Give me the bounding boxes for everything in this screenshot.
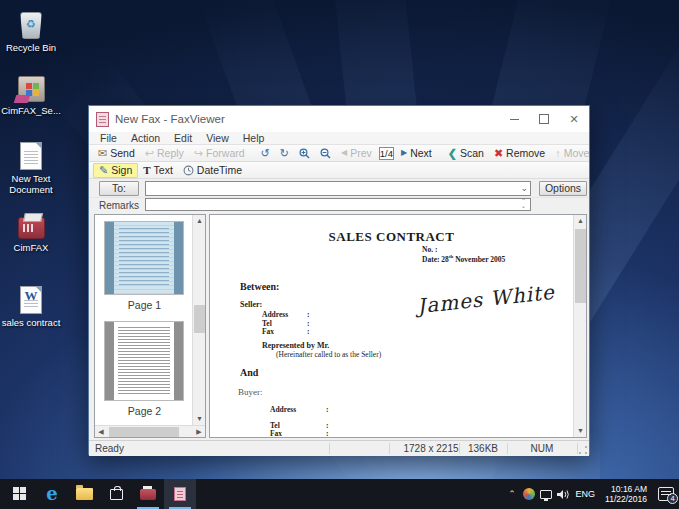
tray-language[interactable]: ENG [572,489,600,499]
tray-time: 10:16 AM [605,484,647,494]
windows-logo-icon [13,487,27,501]
colored-sphere-icon [523,488,535,500]
spinner-icon[interactable]: ⌃⌄ [518,199,529,210]
remove-button[interactable]: ✖ Remove [489,146,550,161]
scanner-icon: ❮ [448,148,457,159]
start-button[interactable] [4,479,36,509]
sign-button[interactable]: ✎ Sign [93,163,138,178]
forward-button[interactable]: ↪ Forward [189,146,250,161]
buyer-address-row: Address: [270,405,296,414]
scan-button[interactable]: ❮ Scan [443,146,489,161]
taskbar-edge-button[interactable]: e [36,479,68,509]
scroll-down-icon[interactable]: ▼ [193,413,206,425]
chevron-down-icon[interactable]: ⌄ [520,183,528,193]
zoom-out-button[interactable] [315,146,336,161]
rotate-right-button[interactable]: ↻ [275,146,294,161]
status-ready: Ready [95,443,124,454]
annotate-toolbar: ✎ Sign T Text DateTime [89,162,589,179]
maximize-button[interactable] [529,106,559,132]
status-num-lock: NUM [507,443,577,454]
thumbnail-horizontal-scrollbar[interactable]: ◀ ▶ [95,425,205,437]
to-button[interactable]: To: [99,181,139,196]
tray-action-center-button[interactable]: 4 [653,479,679,509]
zoom-in-button[interactable] [294,146,315,161]
tray-clock[interactable]: 10:16 AM 11/22/2016 [599,484,653,504]
reply-button[interactable]: ↩ Reply [140,146,189,161]
text-button[interactable]: T Text [138,163,178,178]
app-icon [96,112,109,127]
taskbar-faxviewer-button[interactable] [164,479,196,509]
desktop-icon-new-text-document[interactable]: New Text Document [0,142,62,195]
zoom-in-icon [299,148,310,159]
pen-sign-icon: ✎ [99,165,108,176]
tray-show-hidden-icons[interactable]: ⌃ [504,479,521,509]
scroll-up-icon[interactable]: ▲ [193,215,206,227]
desktop-icon-recycle-bin[interactable]: Recycle Bin [0,12,62,53]
taskbar-store-button[interactable] [100,479,132,509]
contract-date: Date: 28th November 2005 [422,254,505,264]
send-button[interactable]: ✉ Send [93,146,140,161]
document-viewport[interactable]: SALES CONTRACT No. : Date: 28th November… [209,214,587,438]
tray-volume-button[interactable] [555,479,572,509]
scroll-left-icon[interactable]: ◀ [95,426,107,438]
datetime-button[interactable]: DateTime [178,163,247,178]
window-title: New Fax - FaxViewer [115,113,499,125]
remarks-input[interactable]: ⌃⌄ [145,198,531,211]
title-bar[interactable]: New Fax - FaxViewer ✕ [89,106,589,132]
rotate-right-icon: ↻ [280,148,289,159]
prev-page-button[interactable]: ◀ Prev [336,146,377,161]
page-2-thumbnail[interactable] [104,321,184,401]
taskbar-file-explorer-button[interactable] [68,479,100,509]
move-up-button[interactable]: ↑ Move Up [550,146,589,161]
text-file-icon [20,142,42,170]
notification-badge: 4 [667,493,678,504]
remarks-row: Remarks ⌃⌄ [89,198,589,213]
to-recipient-combobox[interactable]: ⌄ [145,181,531,196]
desktop-icon-cimfax-setup[interactable]: CimFAX_Se... [0,76,62,116]
options-button[interactable]: Options [539,181,587,196]
represented-label: Represented by Mr. [262,341,329,350]
thumbnail-vertical-scrollbar[interactable]: ▲ ▼ [192,215,205,425]
desktop-icon-sales-contract[interactable]: W sales contract [0,286,62,328]
desktop-icon-label: sales contract [0,317,62,328]
menu-action[interactable]: Action [124,132,167,144]
rotate-left-button[interactable]: ↺ [256,146,275,161]
fax-app-icon [140,489,156,500]
installer-box-icon [18,76,45,102]
scrollbar-thumb[interactable] [194,305,205,333]
document-vertical-scrollbar[interactable]: ▲ ▼ [573,215,586,437]
tray-network-button[interactable] [538,479,555,509]
signature-james-white[interactable]: James White [405,279,567,320]
taskbar: e ⌃ ENG 10:16 AM 11/22/2016 [0,479,679,509]
menu-view[interactable]: View [199,132,236,144]
scrollbar-thumb[interactable] [109,427,179,437]
desktop-icon-cimfax[interactable]: CimFAX [0,212,62,253]
remarks-label: Remarks [99,200,139,211]
seller-fax-row: Fax: [262,327,274,336]
tray-app-button[interactable] [521,479,538,509]
scroll-down-icon[interactable]: ▼ [574,425,587,437]
recycle-bin-icon [20,12,42,39]
status-file-size: 136KB [459,443,507,454]
page-indicator-field[interactable]: 1/4 [379,147,394,160]
scroll-up-icon[interactable]: ▲ [574,215,587,227]
menu-help[interactable]: Help [236,132,272,144]
menu-file[interactable]: File [93,132,124,144]
page-1-thumbnail[interactable] [104,221,184,295]
buyer-fax-row: Fax: [270,429,282,438]
menu-edit[interactable]: Edit [167,132,199,144]
buyer-label: Buyer: [238,387,263,397]
network-display-icon [540,490,552,499]
word-document-icon: W [20,286,42,314]
fax-machine-icon [18,217,45,239]
between-label: Between: [240,281,279,292]
next-page-button[interactable]: ▶ Next [396,146,437,161]
minimize-button[interactable] [499,106,529,132]
remove-x-icon: ✖ [494,148,503,159]
scrollbar-thumb[interactable] [575,229,586,303]
status-bar: Ready 1728 x 2215 136KB NUM [89,440,589,456]
scroll-right-icon[interactable]: ▶ [193,426,205,438]
taskbar-cimfax-button[interactable] [132,479,164,509]
resize-grip[interactable] [578,445,588,455]
close-button[interactable]: ✕ [559,106,589,132]
